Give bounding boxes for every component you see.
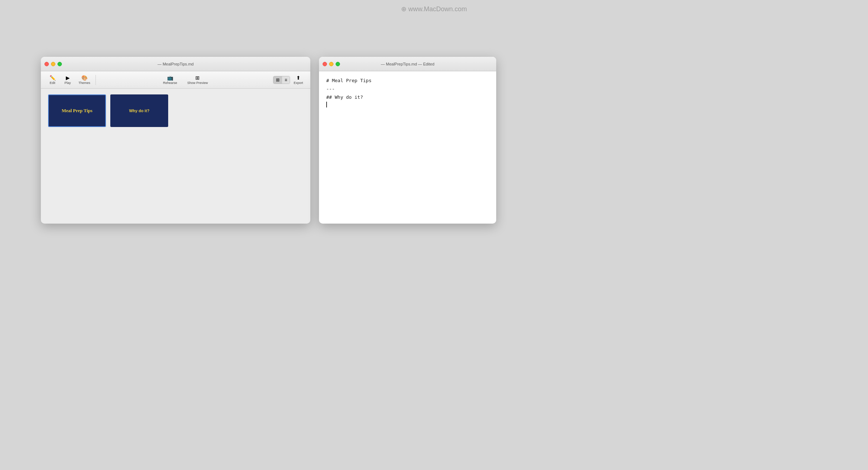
themes-icon: 🎨: [81, 75, 88, 80]
editor-content[interactable]: # Meal Prep Tips --- ## Why do it?: [319, 71, 496, 224]
list-view-button[interactable]: ≡: [282, 76, 290, 84]
view-toggle: ⊞ ≡: [273, 76, 290, 84]
slide-1-title: Meal Prep Tips: [61, 108, 92, 114]
grid-view-button[interactable]: ⊞: [273, 76, 282, 84]
rehearse-icon: 📺: [167, 75, 173, 80]
themes-label: Themes: [78, 81, 90, 85]
editor-line-1: # Meal Prep Tips: [326, 77, 489, 85]
show-preview-button[interactable]: ⊞ Show Preview: [184, 74, 212, 86]
fullscreen-button-right[interactable]: [336, 62, 340, 66]
export-icon: ⬆: [296, 75, 301, 80]
export-button[interactable]: ⬆ Export: [291, 74, 306, 86]
play-button[interactable]: ▶ Play: [60, 74, 75, 86]
window-title-left: — MealPrepTips.md: [158, 62, 194, 66]
slide-thumb-2[interactable]: Why do it?: [110, 94, 168, 127]
editor-cursor-line: [326, 102, 489, 107]
slide-thumb-1[interactable]: Meal Prep Tips: [48, 94, 106, 127]
play-icon: ▶: [66, 75, 70, 80]
edit-icon: ✏️: [50, 75, 56, 80]
slide-2-title: Why do it?: [129, 109, 149, 113]
watermark-icon: ⊕: [401, 5, 407, 13]
window-title-right: — MealPrepTips.md — Edited: [381, 62, 434, 66]
rehearse-label: Rehearse: [163, 81, 177, 85]
titlebar-right: — MealPrepTips.md — Edited: [319, 57, 496, 71]
minimize-button-right[interactable]: [329, 62, 333, 66]
toolbar-right: ⊞ ≡ ⬆ Export: [273, 74, 306, 86]
traffic-lights-left: [44, 62, 62, 66]
edit-label: Edit: [50, 81, 55, 85]
toolbar-center: 📺 Rehearse ⊞ Show Preview: [98, 74, 273, 86]
watermark: ⊕ www.MacDown.com: [401, 5, 467, 13]
fullscreen-button-left[interactable]: [58, 62, 62, 66]
edit-button[interactable]: ✏️ Edit: [45, 74, 60, 86]
traffic-lights-right: [323, 62, 340, 66]
editor-window: — MealPrepTips.md — Edited # Meal Prep T…: [319, 57, 496, 224]
export-label: Export: [294, 81, 303, 85]
play-label: Play: [64, 81, 71, 85]
show-preview-icon: ⊞: [195, 75, 200, 80]
editor-line-3: ---: [326, 85, 489, 93]
text-cursor: [326, 102, 327, 107]
toolbar-separator-1: [95, 75, 96, 85]
rehearse-button[interactable]: 📺 Rehearse: [159, 74, 181, 86]
themes-button[interactable]: 🎨 Themes: [76, 74, 93, 86]
close-button-left[interactable]: [44, 62, 49, 66]
slides-area: Meal Prep Tips Why do it?: [41, 89, 310, 133]
presentation-window: — MealPrepTips.md ✏️ Edit ▶ Play 🎨 Theme…: [41, 57, 310, 224]
editor-line-5: ## Why do it?: [326, 94, 489, 101]
close-button-right[interactable]: [323, 62, 327, 66]
show-preview-label: Show Preview: [187, 81, 208, 85]
minimize-button-left[interactable]: [51, 62, 55, 66]
toolbar-left: ✏️ Edit ▶ Play 🎨 Themes 📺 Rehearse ⊞ Sho…: [41, 71, 310, 89]
titlebar-left: — MealPrepTips.md: [41, 57, 310, 71]
